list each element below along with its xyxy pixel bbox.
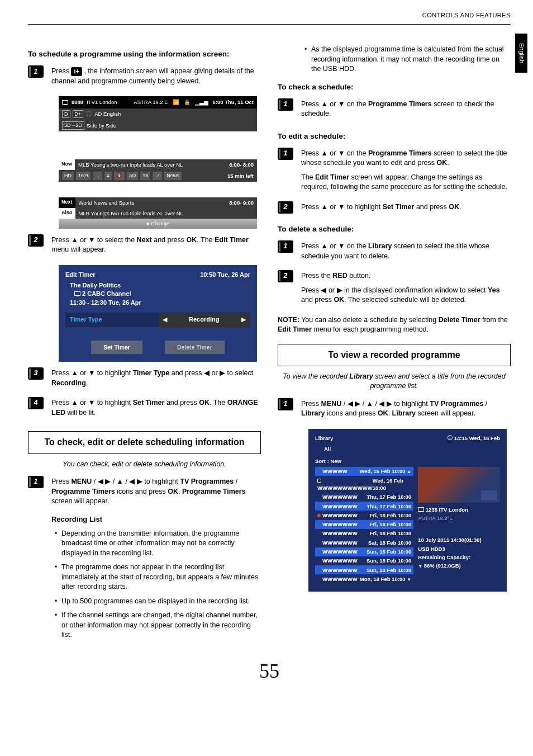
library-screen-figure: Library 14:15 Wed, 16 Feb All Sort : New… — [308, 429, 507, 592]
programme-name: The Daily Politics — [65, 281, 250, 290]
programme-timers-label: Programme Timers — [368, 149, 432, 157]
text: in the displayed confirmation window to … — [342, 286, 488, 294]
satellite-label: ASTRA 19.2 E — [134, 98, 168, 106]
library-row[interactable]: WWWWWWWFri, 18 Feb 10:00 — [315, 529, 413, 538]
section-intro: To view the recorded Library screen and … — [278, 372, 511, 391]
next-title: World News and Sports — [79, 199, 135, 206]
step-number: 1 — [278, 240, 293, 253]
tv-icon — [418, 507, 424, 512]
library-row[interactable]: WWWWWWWFri, 18 Feb 10:00 — [315, 511, 413, 519]
header-section-label: CONTROLS AND FEATURES — [28, 11, 511, 20]
heading-schedule-info: To schedule a programme using the inform… — [28, 49, 261, 60]
library-label: Library — [301, 409, 325, 417]
down-arrow-icon: ▼ — [88, 369, 95, 377]
text: and press — [152, 236, 187, 244]
library-row[interactable]: WWWWWWWFri, 18 Feb 10:00 — [315, 520, 413, 529]
ok-label: OK — [187, 236, 197, 244]
up-arrow-icon: ▲ — [117, 478, 123, 485]
step-text: Press MENU / ◀ ▶ / ▲ / ◀ ▶ to highlight … — [51, 476, 261, 645]
down-arrow-icon: ▼ — [418, 564, 422, 569]
library-row[interactable]: WWWWWWWSun, 18 Feb 10:00 — [315, 556, 413, 565]
remote-info-button-icon: i+ — [71, 67, 82, 75]
text: or — [326, 286, 336, 294]
text: button. — [348, 272, 371, 280]
step-number: 1 — [28, 476, 44, 488]
text: Press — [51, 236, 71, 244]
left-arrow-icon: ◀ — [163, 315, 167, 324]
edit-timer-title: Edit Timer — [65, 271, 96, 279]
step-number: 2 — [278, 201, 293, 214]
text: to select the — [95, 236, 136, 244]
library-label: Library — [349, 372, 373, 380]
step-number: 4 — [28, 397, 44, 409]
step-text: Press ▲ or ▼ on the Programme Timers scr… — [301, 98, 511, 124]
page-number: 55 — [28, 657, 511, 685]
library-row[interactable]: WWWWWWWSat, 18 Feb 10:00 — [315, 538, 413, 547]
library-row[interactable]: WWWWWWWWWWWWed, 16 Feb 10:00 — [315, 476, 413, 493]
down-arrow-icon: ▼ — [338, 203, 345, 211]
tv-programmes-label: TV Programmes — [430, 400, 483, 408]
step-number: 1 — [278, 398, 293, 410]
left-arrow-icon: ◀ — [204, 369, 210, 377]
dolby-plus-icon: D+ — [73, 110, 84, 119]
also-title: MLB Young's two-run triple leads AL over… — [79, 210, 183, 217]
library-row[interactable]: WWWWWWWThu, 17 Feb 10:00 — [315, 502, 413, 511]
now-title: MLB Young's two-run triple leads AL over… — [78, 161, 183, 168]
library-row[interactable]: WWWWWWWSun, 18 Feb 10:00 — [315, 565, 413, 574]
delete-timer-button[interactable]: Delete Timer — [165, 341, 225, 355]
text: or — [328, 100, 338, 108]
text: to highlight — [142, 478, 180, 485]
text: screen to select the title whose schedul… — [301, 242, 489, 260]
edit-timer-clock: 10:50 Tue, 26 Apr — [200, 271, 250, 279]
bullet-item: The programme does not appear in the rec… — [55, 563, 261, 592]
channel-number: 8888 — [72, 98, 83, 106]
ok-label: OK — [378, 409, 388, 417]
right-arrow-icon: ▶ — [105, 478, 111, 485]
library-row[interactable]: WWWWWWed, 16 Feb 10:00 ▲ — [315, 467, 413, 476]
heading-check-schedule: To check a schedule: — [278, 82, 511, 93]
heading-delete-schedule: To delete a schedule: — [278, 224, 511, 235]
step-text: Press ▲ or ▼ on the Programme Timers scr… — [301, 148, 511, 197]
detail-rec-time: 10 July 2011 14:30(01:30) — [418, 537, 482, 543]
programme-timers-label: Programme Timers — [182, 488, 246, 495]
right-arrow-icon: ▶ — [220, 369, 225, 377]
down-arrow-icon: ▼ — [88, 399, 95, 407]
lock-icon: 🔒 — [184, 98, 191, 106]
now-time: 6:00- 8:00 — [229, 161, 254, 168]
step-text: Press ▲ or ▼ on the Library screen to se… — [301, 240, 511, 266]
text: and press — [301, 296, 334, 304]
library-sort-label: Sort : New — [315, 457, 500, 465]
ad-chip: AD — [127, 172, 139, 180]
step-text: Press ▲ or ▼ to highlight Set Timer and … — [51, 397, 261, 422]
edit-timer-label: Edit Timer — [315, 173, 349, 181]
3d-sbs-label: Side by Side — [87, 122, 116, 129]
library-list: WWWWWWed, 16 Feb 10:00 ▲WWWWWWWWWWWWed, … — [315, 467, 413, 584]
note-paragraph: NOTE: You can also delete a schedule by … — [278, 315, 511, 335]
ok-label: OK — [199, 399, 210, 407]
step-text: Press i+ , the information screen will a… — [51, 65, 261, 91]
step-number: 1 — [278, 98, 293, 111]
heading-edit-schedule: To edit a schedule: — [278, 131, 511, 142]
section-intro: You can check, edit or delete scheduling… — [28, 460, 261, 470]
library-filter-all: All — [315, 445, 500, 452]
step-number: 1 — [28, 65, 44, 78]
audio-desc-label: AD English — [94, 110, 121, 117]
edit-timer-label: Edit Timer — [278, 325, 312, 333]
ok-label: OK — [449, 203, 459, 211]
text: Press — [301, 286, 321, 294]
section-view-recorded: To view a recorded programme — [278, 344, 511, 366]
category-chip: News — [164, 172, 182, 180]
text: screen will appear. — [51, 497, 110, 505]
right-arrow-icon: ▶ — [337, 286, 342, 294]
mute-icon: 🔇 — [114, 172, 125, 180]
left-arrow-icon: ◀ — [379, 400, 384, 408]
set-timer-button[interactable]: Set Timer — [91, 341, 142, 355]
library-row[interactable]: WWWWWWWMon, 18 Feb 10:00 ▼ — [315, 574, 413, 583]
right-arrow-icon: ▶ — [241, 315, 246, 324]
library-row[interactable]: WWWWWWWSun, 18 Feb 10:00 — [315, 547, 413, 556]
step-text: Press ▲ or ▼ to highlight Set Timer and … — [301, 201, 511, 217]
timer-type-label: Timer Type — [65, 313, 158, 327]
subtitle-icon: … — [93, 172, 102, 180]
library-row[interactable]: WWWWWWWThu, 17 Feb 10:00 — [315, 493, 413, 502]
text: Press — [51, 369, 71, 377]
